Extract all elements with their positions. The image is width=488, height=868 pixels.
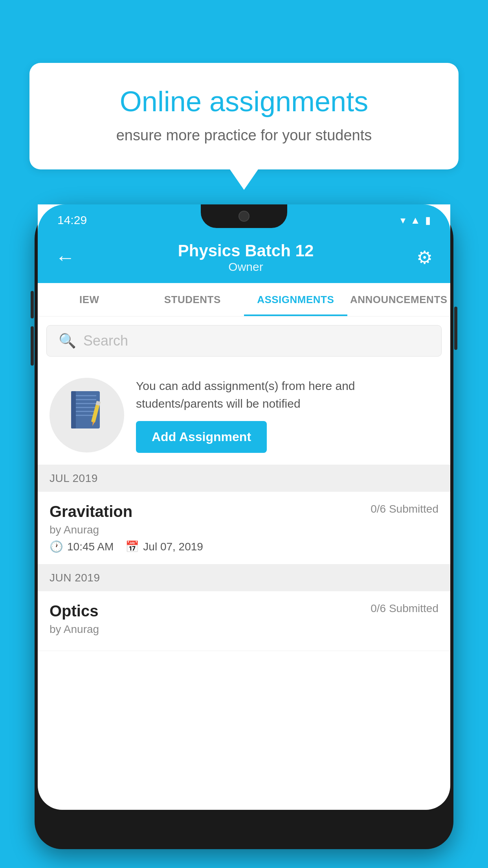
phone-wrapper: 14:29 ▾ ▲ ▮ ← Physics Batch 12 Owner ⚙: [35, 204, 453, 868]
svg-rect-4: [76, 403, 96, 404]
promo-icon-circle: [50, 378, 124, 452]
header-subtitle: Owner: [178, 260, 314, 274]
volume-up-button: [31, 291, 34, 318]
speech-bubble: Online assignments ensure more practice …: [29, 63, 459, 169]
assignment-top-optics: Optics 0/6 Submitted: [50, 602, 438, 620]
assignment-by: by Anurag: [50, 524, 438, 536]
back-button[interactable]: ←: [51, 242, 79, 273]
svg-rect-1: [71, 391, 76, 428]
assignment-top: Gravitation 0/6 Submitted: [50, 503, 438, 520]
promo-card: You can add assignment(s) from here and …: [38, 365, 450, 465]
header-title-area: Physics Batch 12 Owner: [178, 241, 314, 274]
assignment-meta: 🕐 10:45 AM 📅 Jul 07, 2019: [50, 540, 438, 553]
bubble-title: Online assignments: [53, 85, 435, 118]
bubble-subtitle: ensure more practice for your students: [53, 127, 435, 144]
assignment-time: 🕐 10:45 AM: [50, 540, 114, 553]
svg-rect-5: [76, 407, 96, 408]
calendar-icon: 📅: [125, 540, 139, 553]
header-title: Physics Batch 12: [178, 241, 314, 260]
app-header: ← Physics Batch 12 Owner ⚙: [38, 232, 450, 283]
month-header-jun: JUN 2019: [38, 565, 450, 591]
settings-icon[interactable]: ⚙: [413, 243, 437, 272]
tabs-bar: IEW STUDENTS ASSIGNMENTS ANNOUNCEMENTS: [38, 283, 450, 316]
front-camera: [238, 211, 250, 222]
assignment-submitted: 0/6 Submitted: [371, 503, 438, 515]
assignment-time-value: 10:45 AM: [67, 541, 114, 553]
svg-rect-3: [76, 399, 96, 400]
assignment-date: 📅 Jul 07, 2019: [125, 540, 203, 553]
promo-content: You can add assignment(s) from here and …: [136, 377, 438, 453]
status-time: 14:29: [57, 213, 87, 227]
assignment-date-value: Jul 07, 2019: [143, 541, 203, 553]
power-button: [454, 307, 457, 350]
search-bar[interactable]: 🔍 Search: [46, 325, 442, 357]
signal-icon: ▲: [410, 214, 420, 226]
assignment-by-optics: by Anurag: [50, 623, 438, 636]
wifi-icon: ▾: [400, 214, 405, 226]
tab-announcements[interactable]: ANNOUNCEMENTS: [347, 283, 451, 316]
add-assignment-button[interactable]: Add Assignment: [136, 421, 267, 453]
search-placeholder: Search: [83, 333, 128, 349]
status-icons: ▾ ▲ ▮: [400, 214, 431, 226]
tab-iew[interactable]: IEW: [38, 283, 141, 316]
assignment-name: Gravitation: [50, 503, 132, 520]
speech-bubble-container: Online assignments ensure more practice …: [29, 63, 459, 169]
battery-icon: ▮: [425, 214, 431, 226]
month-header-jul: JUL 2019: [38, 465, 450, 492]
search-icon: 🔍: [59, 333, 76, 349]
promo-description: You can add assignment(s) from here and …: [136, 377, 438, 412]
assignment-item-optics[interactable]: Optics 0/6 Submitted by Anurag: [38, 591, 450, 651]
app-screen: 14:29 ▾ ▲ ▮ ← Physics Batch 12 Owner ⚙: [38, 204, 450, 810]
assignment-submitted-optics: 0/6 Submitted: [371, 602, 438, 615]
assignment-name-optics: Optics: [50, 602, 98, 620]
phone-notch: [201, 204, 287, 228]
tab-assignments[interactable]: ASSIGNMENTS: [244, 283, 347, 316]
volume-down-button: [31, 326, 34, 366]
search-container: 🔍 Search: [38, 316, 450, 365]
svg-rect-6: [76, 411, 96, 412]
svg-rect-2: [76, 395, 96, 396]
clock-icon: 🕐: [50, 540, 63, 553]
tab-students[interactable]: STUDENTS: [141, 283, 244, 316]
phone-outer: 14:29 ▾ ▲ ▮ ← Physics Batch 12 Owner ⚙: [35, 204, 453, 849]
notebook-icon: [67, 389, 106, 441]
assignment-item-gravitation[interactable]: Gravitation 0/6 Submitted by Anurag 🕐 10…: [38, 492, 450, 565]
